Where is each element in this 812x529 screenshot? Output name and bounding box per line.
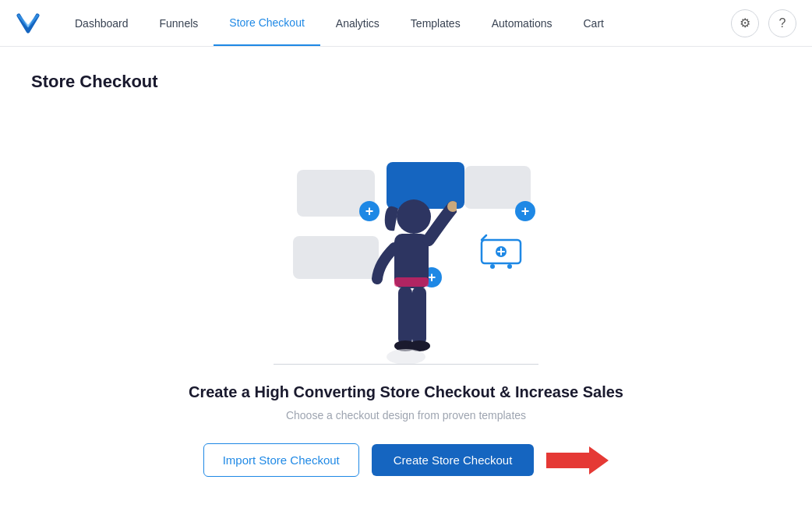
help-button[interactable]: ? xyxy=(768,9,796,37)
arrow-indicator xyxy=(546,446,609,474)
logo[interactable] xyxy=(16,12,41,34)
nav-links: Dashboard Funnels Store Checkout Analyti… xyxy=(59,0,731,46)
nav-templates[interactable]: Templates xyxy=(395,0,476,46)
svg-rect-9 xyxy=(394,277,429,287)
nav-right: ⚙ ? xyxy=(731,9,796,37)
create-store-checkout-button[interactable]: Create Store Checkout xyxy=(372,444,535,476)
navbar: Dashboard Funnels Store Checkout Analyti… xyxy=(0,0,812,47)
illustration: + + + xyxy=(274,131,538,365)
action-buttons: Import Store Checkout Create Store Check… xyxy=(203,443,609,477)
hero-heading: Create a High Converting Store Checkout … xyxy=(189,383,623,401)
svg-point-7 xyxy=(397,199,431,234)
page-title: Store Checkout xyxy=(31,72,781,92)
svg-point-1 xyxy=(490,264,495,269)
nav-analytics[interactable]: Analytics xyxy=(320,0,395,46)
svg-point-2 xyxy=(507,264,512,269)
help-icon: ? xyxy=(779,16,786,30)
shadow-figure xyxy=(383,333,429,365)
page-content: Store Checkout + + + xyxy=(0,47,812,502)
nav-cart[interactable]: Cart xyxy=(567,0,619,46)
nav-funnels[interactable]: Funnels xyxy=(144,0,214,46)
nav-automations[interactable]: Automations xyxy=(476,0,568,46)
import-store-checkout-button[interactable]: Import Store Checkout xyxy=(203,443,359,477)
nav-dashboard[interactable]: Dashboard xyxy=(59,0,144,46)
cart-icon xyxy=(478,232,524,271)
settings-button[interactable]: ⚙ xyxy=(731,9,759,37)
hero-subtext: Choose a checkout design from proven tem… xyxy=(286,409,526,421)
nav-store-checkout[interactable]: Store Checkout xyxy=(214,0,320,46)
svg-marker-16 xyxy=(546,446,609,474)
hero-section: + + + xyxy=(31,123,781,477)
plus-icon-2: + xyxy=(515,201,535,221)
ground-line xyxy=(274,364,538,365)
gear-icon: ⚙ xyxy=(740,16,750,30)
svg-point-15 xyxy=(387,349,425,365)
